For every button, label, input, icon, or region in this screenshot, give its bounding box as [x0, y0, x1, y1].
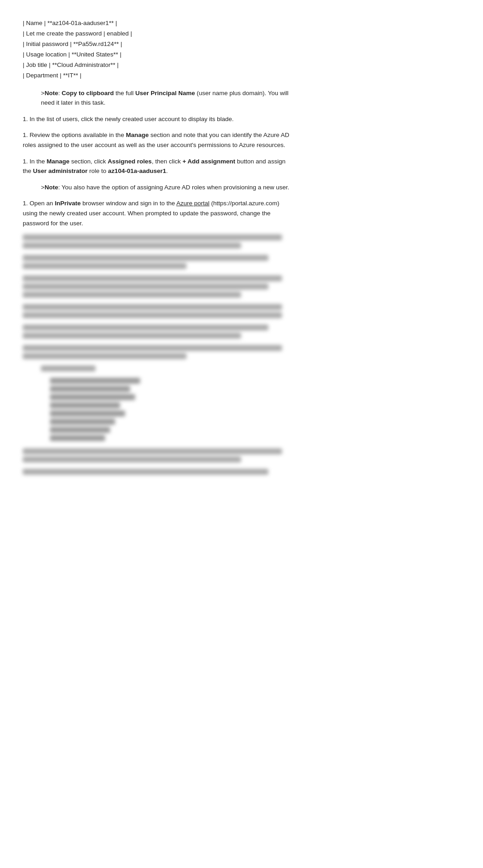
- step-3: 1. In the Manage section, click Assigned…: [23, 157, 296, 176]
- note-1: >Note: Copy to clipboard the full User P…: [41, 88, 296, 108]
- note-2: >Note: You also have the option of assig…: [41, 183, 296, 193]
- main-content: | Name | **az104-01a-aaduser1** | | Let …: [0, 0, 318, 499]
- blurred-content: [23, 234, 296, 475]
- user-info-table: | Name | **az104-01a-aaduser1** | | Let …: [23, 18, 296, 81]
- azure-portal-link[interactable]: Azure portal: [176, 200, 210, 207]
- step-4: 1. Open an InPrivate browser window and …: [23, 198, 296, 228]
- step-1: 1. In the list of users, click the newly…: [23, 114, 296, 124]
- table-row: | Name | **az104-01a-aaduser1** |: [23, 18, 296, 29]
- table-row: | Job title | **Cloud Administrator** |: [23, 60, 296, 71]
- table-row: | Usage location | **United States** |: [23, 50, 296, 60]
- table-row: | Department | **IT** |: [23, 71, 296, 81]
- table-row: | Initial password | **Pa55w.rd124** |: [23, 39, 296, 50]
- table-row: | Let me create the password | enabled |: [23, 29, 296, 39]
- step-2: 1. Review the options available in the M…: [23, 130, 296, 150]
